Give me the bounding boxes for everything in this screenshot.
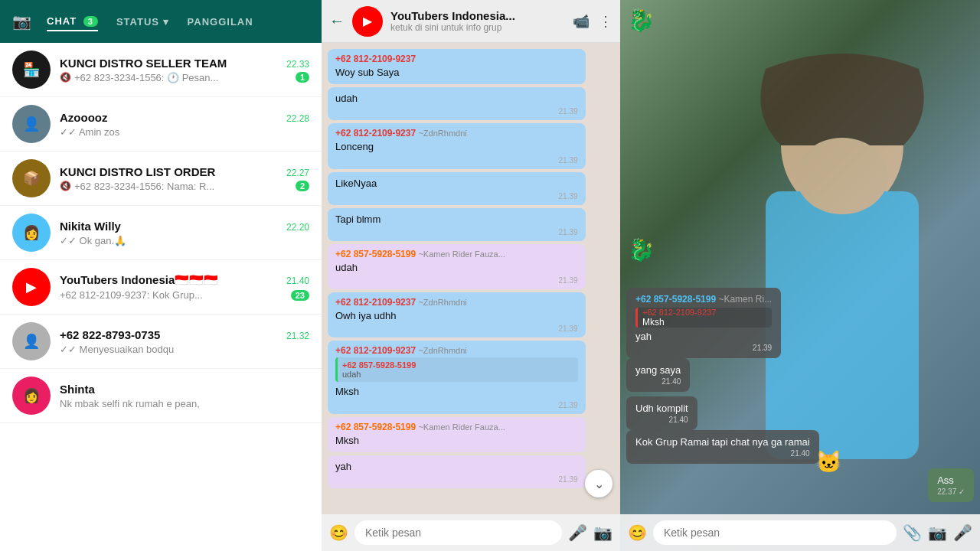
more-options-icon[interactable]: ⋮ bbox=[599, 13, 612, 30]
unread-badge: 2 bbox=[296, 181, 309, 191]
chat-info: Shinta Nk mbak selfi nk rumah e pean, bbox=[60, 383, 309, 409]
right-input-area: 😊 📎 📷 🎤 bbox=[620, 514, 980, 551]
msg-text: Owh iya udhh bbox=[335, 309, 578, 323]
msg-text: udah bbox=[335, 92, 578, 106]
message-input[interactable] bbox=[354, 520, 562, 545]
chat-time: 21.40 bbox=[286, 276, 309, 286]
right-camera-icon[interactable]: 📷 bbox=[928, 523, 947, 542]
msg-text: Mksh bbox=[335, 434, 578, 448]
conv-title-area: YouTubers Indonesia... ketuk di sini unt… bbox=[390, 9, 565, 33]
anime-char-top-left: 🐉 bbox=[628, 8, 655, 33]
back-button[interactable]: ← bbox=[329, 12, 345, 30]
chat-item[interactable]: 👤 +62 822-8793-0735 21.32 ✓✓ Menyesuaika… bbox=[0, 315, 322, 369]
chat-avatar: 👤 bbox=[12, 105, 51, 143]
msg-time: 21.39 bbox=[335, 192, 578, 201]
mic-icon[interactable]: 🎤 bbox=[568, 523, 587, 542]
right-msg-bubble: Kok Grup Ramai tapi chat nya ga ramai 21… bbox=[626, 430, 819, 464]
msg-time: 21.39 bbox=[335, 228, 578, 236]
chat-preview: ✓✓ Amin zos bbox=[60, 126, 119, 138]
message-bubble: +62 857-5928-5199 ~Kamen Rider Fauza...M… bbox=[328, 417, 586, 452]
right-message-outgoing: Ass 22.37 ✓ bbox=[626, 468, 974, 502]
message-bubble: udah21.39 bbox=[328, 87, 586, 120]
chat-avatar: ▶ bbox=[12, 268, 51, 306]
tab-calls[interactable]: PANGGILAN bbox=[188, 13, 253, 31]
camera-icon[interactable]: 📷 bbox=[593, 523, 612, 542]
msg-sender: +62 857-5928-5199 ~Kamen Rider Fauza... bbox=[335, 422, 578, 432]
unread-badge: 23 bbox=[291, 290, 309, 301]
chat-preview: 🔇 +62 823-3234-1556: Nama: R... bbox=[60, 181, 214, 192]
chat-avatar: 📦 bbox=[12, 159, 51, 197]
chat-time: 21.32 bbox=[286, 331, 309, 341]
chat-name: Shinta bbox=[60, 383, 95, 396]
chat-info: KUNCI DISTRO LIST ORDER 22.27 🔇 +62 823-… bbox=[60, 165, 309, 192]
msg-time: 21.39 bbox=[335, 324, 578, 333]
message-bubble: Tapi blmm21.39 bbox=[328, 208, 586, 241]
msg-sender: +62 812-2109-9237 bbox=[335, 54, 578, 64]
chat-item[interactable]: 👤 Azooooz 22.28 ✓✓ Amin zos bbox=[0, 97, 322, 152]
mute-icon: 🔇 bbox=[60, 72, 71, 83]
conv-title: YouTubers Indonesia... bbox=[390, 9, 565, 22]
right-emoji-icon[interactable]: 😊 bbox=[628, 523, 647, 542]
msg-time: 21.39 bbox=[335, 276, 578, 285]
chat-avatar: 👤 bbox=[12, 322, 51, 360]
msg-text: Woy sub Saya bbox=[335, 66, 578, 80]
video-call-icon[interactable]: 📹 bbox=[573, 13, 590, 30]
tab-status[interactable]: STATUS ▾ bbox=[116, 13, 169, 31]
message-bubble: LikeNyaa21.39 bbox=[328, 172, 586, 205]
anime-char-bottom-right: 🐱 bbox=[815, 449, 842, 474]
chat-name: YouTubers Indonesia🇮🇩🇮🇩🇮🇩 bbox=[60, 273, 218, 287]
tab-chat[interactable]: CHAT 3 bbox=[47, 12, 98, 31]
msg-time: 21.39 bbox=[335, 475, 578, 484]
chat-name: KUNCI DISTRO LIST ORDER bbox=[60, 165, 215, 178]
header-tabs: CHAT 3 STATUS ▾ PANGGILAN bbox=[47, 12, 309, 31]
msg-sender: +62 812-2109-9237 ~ZdnRhmdni bbox=[335, 128, 578, 139]
chat-conv-panel: ← ▶ YouTubers Indonesia... ketuk di sini… bbox=[322, 0, 620, 551]
chat-info: YouTubers Indonesia🇮🇩🇮🇩🇮🇩 21.40 +62 812-… bbox=[60, 273, 309, 301]
chat-avatar: 👩 bbox=[12, 377, 51, 415]
chat-preview: 🔇 +62 823-3234-1556: 🕐 Pesan... bbox=[60, 72, 218, 83]
chat-list: 🏪 KUNCI DISTRO SELLER TEAM 22.33 🔇 +62 8… bbox=[0, 43, 322, 551]
chat-item[interactable]: ▶ YouTubers Indonesia🇮🇩🇮🇩🇮🇩 21.40 +62 81… bbox=[0, 260, 322, 315]
conv-actions: 📹 ⋮ bbox=[573, 13, 612, 30]
camera-icon[interactable]: 📷 bbox=[12, 12, 31, 31]
msg-text: LikeNyaa bbox=[335, 177, 578, 191]
msg-text: yah bbox=[335, 460, 578, 474]
chat-name: Azooooz bbox=[60, 111, 107, 124]
right-message-group-2: Udh komplit 21.40 Kok Grup Ramai tapi ch… bbox=[626, 396, 974, 464]
right-msg-bubble: Udh komplit 21.40 bbox=[626, 396, 697, 430]
quoted-message: +62 857-5928-5199 udah bbox=[335, 357, 578, 382]
message-bubble: yah21.39 bbox=[328, 455, 586, 488]
chat-item[interactable]: 👩 Nikita Willy 22.20 ✓✓ Ok gan.🙏 bbox=[0, 206, 322, 260]
conv-input-area: 😊 🎤 📷 bbox=[322, 514, 620, 551]
chat-item[interactable]: 📦 KUNCI DISTRO LIST ORDER 22.27 🔇 +62 82… bbox=[0, 152, 322, 206]
chat-preview: ✓✓ Ok gan.🙏 bbox=[60, 235, 126, 246]
right-panel: 🐉 🐉 🐱 +62 857-5928-5199 ~Kamen Ri... +62… bbox=[620, 0, 980, 551]
chat-header: 📷 CHAT 3 STATUS ▾ PANGGILAN bbox=[0, 0, 322, 43]
chat-name: +62 822-8793-0735 bbox=[60, 328, 160, 341]
scroll-down-button[interactable]: ⌄ bbox=[585, 470, 612, 497]
msg-text: udah bbox=[335, 261, 578, 275]
chat-time: 22.33 bbox=[286, 59, 309, 70]
right-message-input[interactable] bbox=[653, 520, 897, 545]
right-message-group-1: +62 857-5928-5199 ~Kamen Ri... +62 812-2… bbox=[626, 288, 974, 392]
msg-sender: +62 812-2109-9237 ~ZdnRhmdni bbox=[335, 297, 578, 308]
right-msg-bubble: +62 857-5928-5199 ~Kamen Ri... +62 812-2… bbox=[626, 288, 781, 358]
chat-avatar: 👩 bbox=[12, 214, 51, 252]
anime-char-mid-left: 🐉 bbox=[628, 237, 655, 262]
chat-preview: +62 812-2109-9237: Kok Grup... bbox=[60, 289, 203, 301]
chat-item[interactable]: 🏪 KUNCI DISTRO SELLER TEAM 22.33 🔇 +62 8… bbox=[0, 43, 322, 97]
chat-badge-count: 3 bbox=[83, 16, 98, 27]
chat-preview: ✓✓ Menyesuaikan bodqu bbox=[60, 344, 174, 355]
chat-info: Azooooz 22.28 ✓✓ Amin zos bbox=[60, 111, 309, 138]
right-mic-icon[interactable]: 🎤 bbox=[953, 523, 972, 542]
message-bubble: +62 812-2109-9237 ~ZdnRhmdniLonceng21.39 bbox=[328, 123, 586, 168]
right-attach-icon[interactable]: 📎 bbox=[903, 523, 922, 542]
msg-time: 21.39 bbox=[335, 156, 578, 165]
right-msg-bubble: yang saya 21.40 bbox=[626, 358, 690, 392]
emoji-icon[interactable]: 😊 bbox=[329, 523, 348, 542]
message-bubble: +62 812-2109-9237Woy sub Saya bbox=[328, 49, 586, 84]
msg-time: 21.39 bbox=[335, 401, 578, 409]
chat-info: Nikita Willy 22.20 ✓✓ Ok gan.🙏 bbox=[60, 220, 309, 246]
chat-item[interactable]: 👩 Shinta Nk mbak selfi nk rumah e pean, bbox=[0, 369, 322, 423]
right-messages-container: +62 857-5928-5199 ~Kamen Ri... +62 812-2… bbox=[620, 43, 980, 508]
